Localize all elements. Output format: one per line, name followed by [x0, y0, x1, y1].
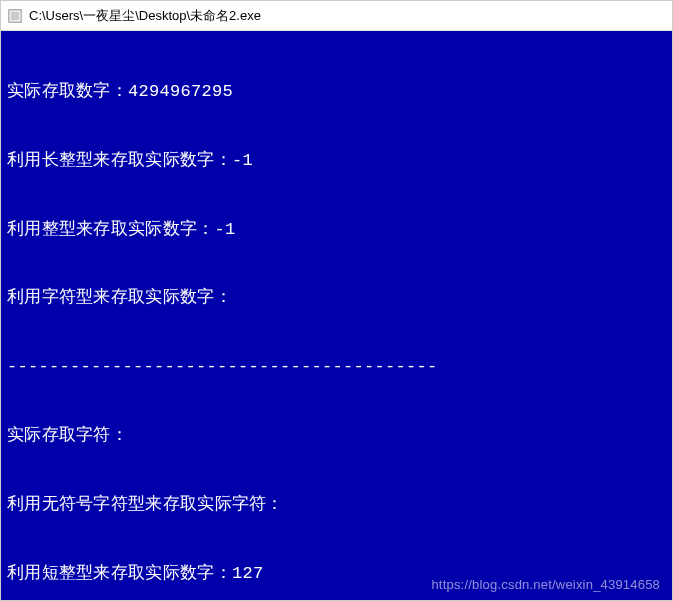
console-line: 利用长整型来存取实际数字：-1: [7, 150, 666, 173]
svg-rect-1: [11, 11, 20, 20]
titlebar[interactable]: C:\Users\一夜星尘\Desktop\未命名2.exe: [1, 1, 672, 31]
console-line: 利用无符号字符型来存取实际字符：: [7, 494, 666, 517]
console-line: 利用整型来存取实际数字：-1: [7, 219, 666, 242]
console-line: 实际存取字符：: [7, 425, 666, 448]
app-icon: [7, 8, 23, 24]
console-line: ----------------------------------------…: [7, 356, 666, 379]
watermark-text: https://blog.csdn.net/weixin_43914658: [431, 576, 660, 594]
app-window: C:\Users\一夜星尘\Desktop\未命名2.exe 实际存取数字：42…: [0, 0, 673, 601]
window-title: C:\Users\一夜星尘\Desktop\未命名2.exe: [29, 7, 261, 25]
console-line: 实际存取数字：4294967295: [7, 81, 666, 104]
console-output[interactable]: 实际存取数字：4294967295 利用长整型来存取实际数字：-1 利用整型来存…: [1, 31, 672, 600]
console-line: 利用字符型来存取实际数字：: [7, 287, 666, 310]
